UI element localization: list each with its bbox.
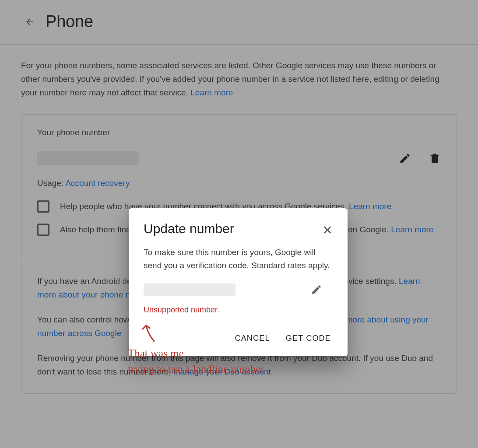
cancel-button[interactable]: CANCEL	[233, 331, 271, 346]
usage-link[interactable]: Account recovery	[65, 178, 130, 188]
dialog-body-text: To make sure this number is yours, Googl…	[144, 246, 333, 272]
usage-label: Usage:	[37, 178, 65, 188]
get-code-button[interactable]: GET CODE	[284, 331, 333, 346]
dialog-title: Update number	[144, 221, 234, 236]
phone-card-heading: Your phone number	[37, 128, 441, 137]
delete-phone-button[interactable]	[429, 152, 441, 164]
phone-number-row	[37, 151, 441, 165]
dialog-header: Update number	[144, 221, 333, 236]
close-icon	[322, 224, 333, 234]
dialog-number-redacted	[144, 284, 235, 296]
option2-learn-more-link[interactable]: Learn more	[391, 225, 433, 234]
dialog-error-text: Unsupported number.	[144, 305, 333, 315]
page-header: Phone	[0, 0, 478, 45]
intro-learn-more-link[interactable]: Learn more	[190, 88, 233, 97]
phone-number-redacted	[37, 151, 139, 165]
update-number-dialog: Update number To make sure this number i…	[129, 208, 348, 356]
pencil-icon	[399, 152, 411, 164]
usage-line: Usage: Account recovery	[37, 178, 441, 188]
option1-checkbox[interactable]	[37, 200, 49, 213]
dialog-actions: CANCEL GET CODE	[144, 331, 333, 346]
dialog-close-button[interactable]	[322, 224, 333, 234]
dialog-edit-number-button[interactable]	[311, 284, 322, 295]
option1-learn-more-link[interactable]: Learn more	[349, 202, 391, 211]
intro-paragraph: For your phone numbers, some associated …	[21, 59, 457, 99]
phone-number-actions	[399, 152, 441, 164]
option2-checkbox[interactable]	[37, 224, 49, 236]
edit-phone-button[interactable]	[399, 152, 411, 164]
arrow-left-icon	[25, 17, 35, 27]
trash-icon	[429, 152, 441, 164]
page-title: Phone	[46, 12, 93, 31]
duo-manage-link[interactable]: manage your Duo account	[173, 367, 271, 376]
pencil-icon	[311, 284, 322, 295]
dialog-number-row	[144, 284, 333, 296]
back-button[interactable]	[23, 15, 37, 29]
